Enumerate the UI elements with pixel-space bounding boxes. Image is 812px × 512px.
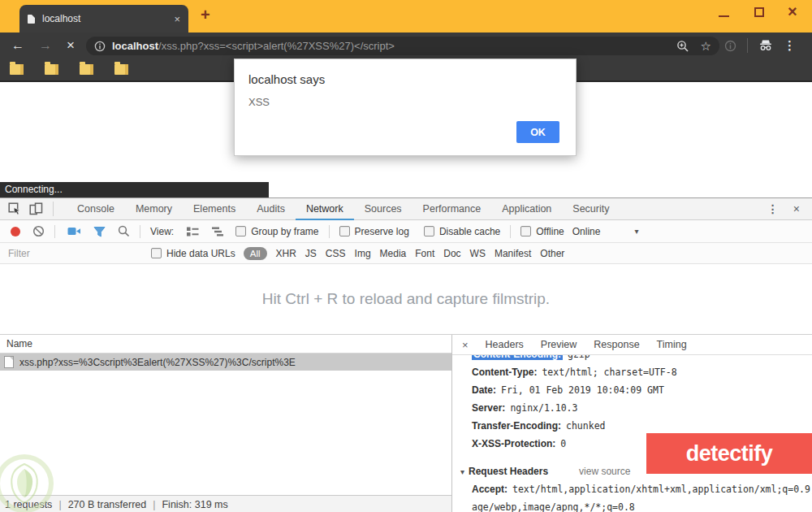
devtools-tab-application[interactable]: Application — [491, 198, 562, 220]
devtools-close-icon[interactable]: × — [793, 202, 800, 215]
hide-data-urls-checkbox[interactable] — [151, 248, 162, 258]
request-details-panel: × Headers Preview Response Timing Conten… — [451, 335, 812, 512]
waterfall-view-icon[interactable] — [211, 226, 224, 237]
window-maximize-button[interactable] — [754, 7, 764, 17]
filter-input[interactable] — [6, 247, 140, 260]
details-tab-response[interactable]: Response — [594, 339, 639, 350]
address-bar[interactable]: localhost/xss.php?xss=<script>alert(%27X… — [86, 37, 719, 55]
filter-pill-media[interactable]: Media — [380, 248, 407, 259]
details-tab-timing[interactable]: Timing — [657, 339, 687, 350]
list-view-icon[interactable] — [186, 226, 199, 237]
request-header-row-continuation: age/webp,image/apng,*/*;q=0.8 — [452, 498, 812, 512]
window-titlebar: localhost × + × — [0, 0, 812, 33]
record-network-log-button[interactable] — [11, 227, 20, 236]
close-details-icon[interactable]: × — [462, 339, 469, 351]
bookmark-folder-icon[interactable] — [45, 64, 58, 75]
details-tabbar: × Headers Preview Response Timing — [452, 335, 812, 355]
clear-network-log-icon[interactable] — [32, 225, 45, 237]
incognito-icon — [758, 39, 773, 52]
request-row[interactable]: xss.php?xss=%3Cscript%3Ealert(%27XSS%27)… — [0, 354, 451, 371]
bookmark-folder-icon[interactable] — [114, 64, 128, 75]
device-toolbar-icon[interactable] — [29, 202, 43, 215]
response-header-row: Transfer-Encoding:chunked — [452, 417, 812, 435]
filter-pill-css[interactable]: CSS — [326, 248, 346, 259]
triangle-expanded-icon[interactable]: ▾ — [460, 467, 464, 476]
chevron-down-icon[interactable]: ▾ — [634, 227, 638, 236]
network-filter-row: Hide data URLs All XHR JS CSS Img Media … — [0, 243, 812, 264]
devtools-tab-elements[interactable]: Elements — [183, 198, 246, 220]
disable-cache-checkbox[interactable] — [424, 226, 434, 236]
page-info-icon[interactable] — [94, 41, 106, 52]
disable-cache-label: Disable cache — [439, 226, 500, 237]
nav-right-controls: ⋮ — [724, 33, 796, 59]
filter-funnel-icon[interactable] — [93, 226, 106, 237]
preserve-log-label: Preserve log — [355, 226, 409, 237]
network-toolbar: View: Group by frame Prese — [0, 220, 812, 243]
filter-pill-ws[interactable]: WS — [470, 248, 486, 259]
browser-menu-icon[interactable]: ⋮ — [784, 38, 796, 53]
tab-title: localhost — [42, 13, 174, 24]
devtools-tab-console[interactable]: Console — [67, 198, 125, 220]
extension-info-icon[interactable] — [724, 40, 736, 52]
offline-checkbox[interactable] — [520, 226, 531, 236]
devtools-tab-security[interactable]: Security — [562, 198, 620, 220]
divider: | — [58, 499, 61, 510]
search-icon[interactable] — [118, 225, 130, 237]
bookmark-star-icon[interactable]: ☆ — [701, 39, 711, 54]
bookmark-folder-icon[interactable] — [10, 64, 24, 75]
filter-pill-all[interactable]: All — [244, 247, 267, 260]
throttling-select[interactable]: Online — [572, 226, 601, 237]
devtools-tab-network[interactable]: Network — [296, 198, 354, 220]
group-by-frame-checkbox[interactable] — [235, 226, 246, 236]
alert-title: localhost says — [248, 72, 325, 86]
response-header-row: Content-Encoding:gzip — [452, 354, 812, 363]
divider — [329, 225, 330, 238]
divider — [140, 225, 140, 238]
page-status-bubble: Connecting... — [0, 182, 269, 197]
forward-button[interactable]: → — [39, 36, 52, 55]
divider — [510, 225, 511, 238]
details-tab-headers[interactable]: Headers — [486, 339, 524, 350]
back-button[interactable]: ← — [11, 36, 24, 55]
filter-pill-img[interactable]: Img — [355, 248, 371, 259]
preserve-log-checkbox[interactable] — [339, 226, 350, 236]
alert-ok-button[interactable]: OK — [516, 121, 559, 143]
filter-pill-font[interactable]: Font — [415, 248, 434, 259]
bookmark-folder-icon[interactable] — [80, 64, 93, 75]
filter-pill-js[interactable]: JS — [305, 248, 317, 259]
tab-favicon-page-icon — [28, 15, 35, 24]
capture-screenshots-icon[interactable] — [67, 226, 81, 236]
view-source-link[interactable]: view source — [579, 466, 630, 477]
header-value: text/html,application/xhtml+xml,applicat… — [512, 484, 812, 495]
filter-pill-xhr[interactable]: XHR — [276, 248, 296, 259]
devtools-tabbar: Console Memory Elements Audits Network S… — [0, 198, 812, 220]
filter-pill-manifest[interactable]: Manifest — [495, 248, 531, 259]
devtools-tabs: Console Memory Elements Audits Network S… — [67, 198, 620, 220]
filmstrip-hint: Hit Ctrl + R to reload and capture films… — [0, 264, 812, 334]
browser-tab[interactable]: localhost × — [19, 5, 188, 33]
devtools-tab-performance[interactable]: Performance — [412, 198, 492, 220]
stop-button[interactable]: × — [67, 36, 75, 55]
devtools-tab-audits[interactable]: Audits — [246, 198, 296, 220]
network-status-bar: 1 requests | 270 B transferred | Finish:… — [0, 495, 451, 512]
url-host: localhost — [112, 40, 158, 52]
devtools-tab-sources[interactable]: Sources — [354, 198, 412, 220]
filter-pill-other[interactable]: Other — [540, 248, 564, 259]
divider — [53, 202, 54, 216]
details-tab-preview[interactable]: Preview — [541, 339, 577, 350]
zoom-icon[interactable] — [676, 40, 689, 53]
javascript-alert-dialog: localhost says XSS OK — [234, 59, 577, 156]
devtools-menu-icon[interactable]: ⋮ — [767, 202, 779, 215]
devtools-tab-memory[interactable]: Memory — [125, 198, 183, 220]
requests-column-header[interactable]: Name — [0, 335, 451, 354]
tab-close-icon[interactable]: × — [174, 14, 180, 24]
filter-pill-doc[interactable]: Doc — [443, 248, 460, 259]
new-tab-button[interactable]: + — [201, 6, 210, 24]
requests-count: 1 requests — [5, 499, 52, 510]
response-header-row: Content-Type:text/html; charset=UTF-8 — [452, 363, 812, 381]
window-minimize-button[interactable] — [719, 15, 729, 17]
response-header-row: Server:nginx/1.10.3 — [452, 399, 812, 417]
group-by-frame-label: Group by frame — [251, 226, 318, 237]
window-close-button[interactable]: × — [788, 2, 797, 21]
inspect-element-icon[interactable] — [8, 202, 21, 215]
